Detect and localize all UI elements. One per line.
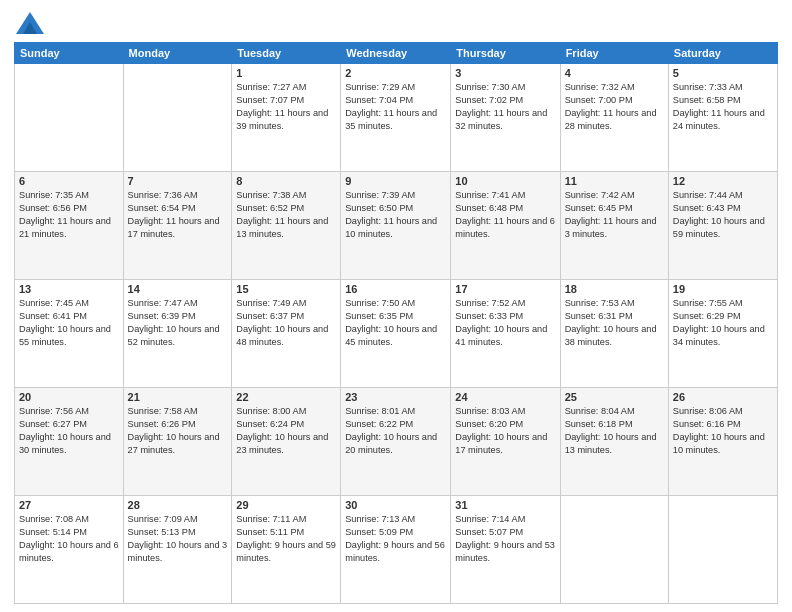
week-row-1: 1Sunrise: 7:27 AM Sunset: 7:07 PM Daylig…	[15, 64, 778, 172]
day-cell: 29Sunrise: 7:11 AM Sunset: 5:11 PM Dayli…	[232, 496, 341, 604]
day-number: 29	[236, 499, 336, 511]
day-cell	[560, 496, 668, 604]
logo-icon	[16, 12, 44, 34]
day-info: Sunrise: 7:45 AM Sunset: 6:41 PM Dayligh…	[19, 297, 119, 349]
day-number: 23	[345, 391, 446, 403]
day-number: 19	[673, 283, 773, 295]
day-info: Sunrise: 8:06 AM Sunset: 6:16 PM Dayligh…	[673, 405, 773, 457]
day-info: Sunrise: 7:33 AM Sunset: 6:58 PM Dayligh…	[673, 81, 773, 133]
day-cell: 28Sunrise: 7:09 AM Sunset: 5:13 PM Dayli…	[123, 496, 232, 604]
day-cell	[15, 64, 124, 172]
day-number: 2	[345, 67, 446, 79]
weekday-saturday: Saturday	[668, 43, 777, 64]
day-info: Sunrise: 7:55 AM Sunset: 6:29 PM Dayligh…	[673, 297, 773, 349]
day-info: Sunrise: 7:09 AM Sunset: 5:13 PM Dayligh…	[128, 513, 228, 565]
day-info: Sunrise: 8:01 AM Sunset: 6:22 PM Dayligh…	[345, 405, 446, 457]
weekday-sunday: Sunday	[15, 43, 124, 64]
day-number: 18	[565, 283, 664, 295]
day-cell: 14Sunrise: 7:47 AM Sunset: 6:39 PM Dayli…	[123, 280, 232, 388]
day-cell: 2Sunrise: 7:29 AM Sunset: 7:04 PM Daylig…	[341, 64, 451, 172]
day-info: Sunrise: 7:29 AM Sunset: 7:04 PM Dayligh…	[345, 81, 446, 133]
day-info: Sunrise: 7:08 AM Sunset: 5:14 PM Dayligh…	[19, 513, 119, 565]
week-row-3: 13Sunrise: 7:45 AM Sunset: 6:41 PM Dayli…	[15, 280, 778, 388]
day-number: 1	[236, 67, 336, 79]
day-number: 8	[236, 175, 336, 187]
header	[14, 12, 778, 34]
day-info: Sunrise: 7:27 AM Sunset: 7:07 PM Dayligh…	[236, 81, 336, 133]
day-number: 27	[19, 499, 119, 511]
day-number: 14	[128, 283, 228, 295]
day-cell: 18Sunrise: 7:53 AM Sunset: 6:31 PM Dayli…	[560, 280, 668, 388]
day-cell: 30Sunrise: 7:13 AM Sunset: 5:09 PM Dayli…	[341, 496, 451, 604]
day-info: Sunrise: 7:49 AM Sunset: 6:37 PM Dayligh…	[236, 297, 336, 349]
day-cell: 6Sunrise: 7:35 AM Sunset: 6:56 PM Daylig…	[15, 172, 124, 280]
day-number: 10	[455, 175, 555, 187]
day-number: 6	[19, 175, 119, 187]
day-number: 26	[673, 391, 773, 403]
day-number: 3	[455, 67, 555, 79]
day-cell: 21Sunrise: 7:58 AM Sunset: 6:26 PM Dayli…	[123, 388, 232, 496]
day-number: 30	[345, 499, 446, 511]
day-cell: 31Sunrise: 7:14 AM Sunset: 5:07 PM Dayli…	[451, 496, 560, 604]
day-info: Sunrise: 7:38 AM Sunset: 6:52 PM Dayligh…	[236, 189, 336, 241]
week-row-2: 6Sunrise: 7:35 AM Sunset: 6:56 PM Daylig…	[15, 172, 778, 280]
weekday-wednesday: Wednesday	[341, 43, 451, 64]
week-row-4: 20Sunrise: 7:56 AM Sunset: 6:27 PM Dayli…	[15, 388, 778, 496]
day-cell: 8Sunrise: 7:38 AM Sunset: 6:52 PM Daylig…	[232, 172, 341, 280]
day-info: Sunrise: 7:30 AM Sunset: 7:02 PM Dayligh…	[455, 81, 555, 133]
day-info: Sunrise: 8:04 AM Sunset: 6:18 PM Dayligh…	[565, 405, 664, 457]
day-info: Sunrise: 7:14 AM Sunset: 5:07 PM Dayligh…	[455, 513, 555, 565]
day-cell: 7Sunrise: 7:36 AM Sunset: 6:54 PM Daylig…	[123, 172, 232, 280]
day-cell: 11Sunrise: 7:42 AM Sunset: 6:45 PM Dayli…	[560, 172, 668, 280]
day-number: 21	[128, 391, 228, 403]
day-info: Sunrise: 7:58 AM Sunset: 6:26 PM Dayligh…	[128, 405, 228, 457]
day-number: 16	[345, 283, 446, 295]
weekday-header-row: SundayMondayTuesdayWednesdayThursdayFrid…	[15, 43, 778, 64]
day-number: 17	[455, 283, 555, 295]
day-info: Sunrise: 7:44 AM Sunset: 6:43 PM Dayligh…	[673, 189, 773, 241]
day-info: Sunrise: 7:35 AM Sunset: 6:56 PM Dayligh…	[19, 189, 119, 241]
day-cell: 9Sunrise: 7:39 AM Sunset: 6:50 PM Daylig…	[341, 172, 451, 280]
day-cell: 15Sunrise: 7:49 AM Sunset: 6:37 PM Dayli…	[232, 280, 341, 388]
day-info: Sunrise: 7:13 AM Sunset: 5:09 PM Dayligh…	[345, 513, 446, 565]
day-cell: 23Sunrise: 8:01 AM Sunset: 6:22 PM Dayli…	[341, 388, 451, 496]
day-number: 9	[345, 175, 446, 187]
day-number: 28	[128, 499, 228, 511]
day-info: Sunrise: 7:53 AM Sunset: 6:31 PM Dayligh…	[565, 297, 664, 349]
day-info: Sunrise: 7:47 AM Sunset: 6:39 PM Dayligh…	[128, 297, 228, 349]
day-number: 15	[236, 283, 336, 295]
day-number: 24	[455, 391, 555, 403]
week-row-5: 27Sunrise: 7:08 AM Sunset: 5:14 PM Dayli…	[15, 496, 778, 604]
day-info: Sunrise: 8:03 AM Sunset: 6:20 PM Dayligh…	[455, 405, 555, 457]
day-number: 11	[565, 175, 664, 187]
day-number: 20	[19, 391, 119, 403]
day-info: Sunrise: 8:00 AM Sunset: 6:24 PM Dayligh…	[236, 405, 336, 457]
day-number: 4	[565, 67, 664, 79]
day-cell: 27Sunrise: 7:08 AM Sunset: 5:14 PM Dayli…	[15, 496, 124, 604]
day-cell: 3Sunrise: 7:30 AM Sunset: 7:02 PM Daylig…	[451, 64, 560, 172]
day-info: Sunrise: 7:11 AM Sunset: 5:11 PM Dayligh…	[236, 513, 336, 565]
day-cell: 5Sunrise: 7:33 AM Sunset: 6:58 PM Daylig…	[668, 64, 777, 172]
page: SundayMondayTuesdayWednesdayThursdayFrid…	[0, 0, 792, 612]
day-number: 7	[128, 175, 228, 187]
day-info: Sunrise: 7:41 AM Sunset: 6:48 PM Dayligh…	[455, 189, 555, 241]
day-cell	[123, 64, 232, 172]
day-cell: 16Sunrise: 7:50 AM Sunset: 6:35 PM Dayli…	[341, 280, 451, 388]
day-cell: 24Sunrise: 8:03 AM Sunset: 6:20 PM Dayli…	[451, 388, 560, 496]
day-cell: 25Sunrise: 8:04 AM Sunset: 6:18 PM Dayli…	[560, 388, 668, 496]
day-info: Sunrise: 7:42 AM Sunset: 6:45 PM Dayligh…	[565, 189, 664, 241]
day-info: Sunrise: 7:36 AM Sunset: 6:54 PM Dayligh…	[128, 189, 228, 241]
day-cell: 17Sunrise: 7:52 AM Sunset: 6:33 PM Dayli…	[451, 280, 560, 388]
day-cell	[668, 496, 777, 604]
day-number: 31	[455, 499, 555, 511]
day-number: 25	[565, 391, 664, 403]
logo	[14, 12, 44, 34]
day-info: Sunrise: 7:32 AM Sunset: 7:00 PM Dayligh…	[565, 81, 664, 133]
day-cell: 13Sunrise: 7:45 AM Sunset: 6:41 PM Dayli…	[15, 280, 124, 388]
weekday-thursday: Thursday	[451, 43, 560, 64]
day-number: 13	[19, 283, 119, 295]
calendar-table: SundayMondayTuesdayWednesdayThursdayFrid…	[14, 42, 778, 604]
day-info: Sunrise: 7:50 AM Sunset: 6:35 PM Dayligh…	[345, 297, 446, 349]
day-number: 22	[236, 391, 336, 403]
day-cell: 12Sunrise: 7:44 AM Sunset: 6:43 PM Dayli…	[668, 172, 777, 280]
